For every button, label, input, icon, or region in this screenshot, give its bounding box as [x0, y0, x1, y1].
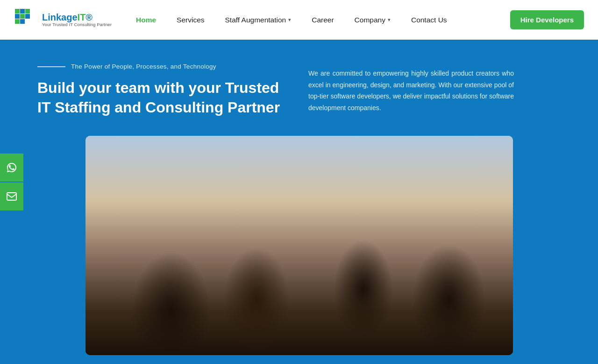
- svg-point-14: [175, 221, 211, 256]
- svg-rect-32: [324, 280, 333, 308]
- hero-heading: Build your team with your Trusted IT Sta…: [37, 78, 280, 117]
- svg-rect-7: [15, 19, 20, 24]
- svg-point-25: [338, 248, 366, 276]
- svg-point-21: [285, 230, 316, 261]
- logo-icon: [14, 8, 38, 32]
- svg-rect-8: [20, 19, 25, 24]
- logo[interactable]: LinkageIT® Your Trusted IT Consulting Pa…: [14, 8, 112, 32]
- svg-rect-9: [85, 136, 513, 355]
- hero-tagline: The Power of People, Processes, and Tech…: [71, 63, 216, 70]
- svg-rect-15: [175, 233, 211, 241]
- hero-image: [85, 136, 513, 355]
- logo-text: LinkageIT® Your Trusted IT Consulting Pa…: [42, 12, 112, 27]
- svg-point-12: [103, 294, 495, 350]
- svg-point-33: [320, 273, 337, 284]
- svg-rect-3: [15, 14, 20, 19]
- svg-rect-1: [15, 9, 20, 14]
- side-buttons-container: [0, 154, 23, 210]
- svg-point-37: [100, 262, 156, 336]
- nav-links: Home Services Staff Augmentation ▾ Caree…: [126, 0, 510, 40]
- nav-item-career[interactable]: Career: [301, 0, 344, 40]
- team-illustration: [85, 136, 513, 355]
- svg-point-27: [424, 238, 476, 304]
- svg-point-36: [323, 263, 334, 272]
- svg-point-16: [171, 232, 180, 242]
- svg-rect-23: [270, 304, 331, 339]
- hero-right-content: We are committed to empowering highly sk…: [308, 63, 514, 117]
- staff-augmentation-chevron: ▾: [288, 17, 291, 23]
- nav-item-home[interactable]: Home: [126, 0, 166, 40]
- svg-point-35: [328, 266, 343, 276]
- nav-item-services[interactable]: Services: [166, 0, 214, 40]
- svg-rect-2: [20, 9, 25, 14]
- svg-rect-19: [163, 306, 219, 339]
- svg-rect-18: [160, 304, 221, 341]
- company-chevron: ▾: [388, 17, 391, 23]
- svg-rect-31: [415, 306, 485, 339]
- nav-item-company[interactable]: Company ▾: [344, 0, 401, 40]
- logo-brand: LinkageIT®: [42, 12, 112, 22]
- hero-left-content: The Power of People, Processes, and Tech…: [37, 63, 280, 117]
- svg-rect-6: [25, 14, 30, 19]
- hero-section: The Power of People, Processes, and Tech…: [0, 40, 598, 364]
- svg-point-24: [331, 269, 373, 320]
- svg-rect-22: [268, 301, 333, 341]
- svg-rect-10: [226, 150, 319, 280]
- team-photo: [85, 136, 513, 355]
- nav-item-staff-augmentation[interactable]: Staff Augmentation ▾: [215, 0, 302, 40]
- hero-tagline-row: The Power of People, Processes, and Tech…: [37, 63, 280, 70]
- navbar: LinkageIT® Your Trusted IT Consulting Pa…: [0, 0, 598, 40]
- svg-point-28: [430, 212, 470, 251]
- email-button[interactable]: [0, 182, 23, 210]
- svg-rect-4: [20, 14, 25, 19]
- hero-description: We are committed to empowering highly sk…: [308, 68, 514, 113]
- svg-point-34: [315, 269, 328, 278]
- svg-point-13: [167, 245, 219, 306]
- svg-rect-30: [413, 304, 487, 341]
- hero-top-content: The Power of People, Processes, and Tech…: [37, 63, 561, 117]
- tagline-line: [37, 66, 65, 67]
- hire-developers-button[interactable]: Hire Developers: [510, 10, 584, 29]
- svg-rect-11: [328, 159, 399, 271]
- logo-tagline: Your Trusted IT Consulting Partner: [42, 22, 112, 27]
- email-icon: [6, 191, 17, 202]
- svg-point-38: [110, 239, 145, 275]
- svg-rect-0: [7, 193, 16, 200]
- svg-point-26: [346, 249, 357, 260]
- svg-point-17: [225, 232, 234, 242]
- whatsapp-icon: [6, 162, 17, 173]
- whatsapp-button[interactable]: [0, 154, 23, 182]
- svg-point-29: [467, 231, 472, 237]
- svg-rect-5: [25, 9, 30, 14]
- svg-point-20: [277, 252, 324, 308]
- nav-item-contact[interactable]: Contact Us: [401, 0, 457, 40]
- logo-brand-highlight: IT: [78, 12, 86, 22]
